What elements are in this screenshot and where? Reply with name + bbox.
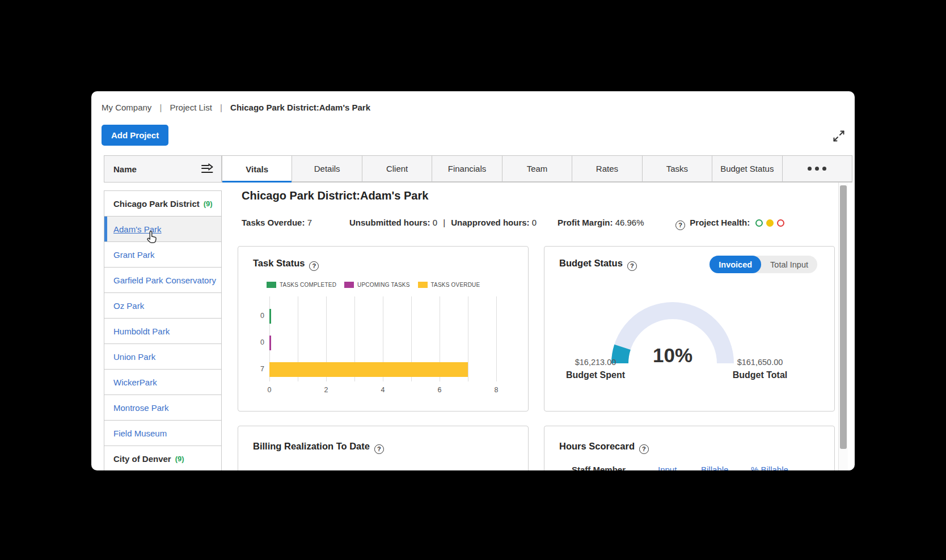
budget-spent-block: $16,213.00 Budget Spent — [553, 358, 638, 380]
health-red-dot[interactable] — [777, 219, 784, 227]
sidebar-item-grant-park[interactable]: Grant Park — [104, 242, 221, 268]
sidebar-item-label: Garfield Park Conservatory — [113, 275, 216, 285]
page-title: Chicago Park District:Adam's Park — [242, 189, 428, 202]
sidebar-item-garfield-park-conservatory[interactable]: Garfield Park Conservatory — [104, 268, 221, 293]
gridline — [468, 296, 468, 381]
stat-hours: Unsubmitted hours: 0 | Unapproved hours:… — [349, 218, 537, 227]
budget-spent-label: Budget Spent — [553, 370, 638, 380]
task-status-panel: Task Status? TASKS COMPLETEDUPCOMING TAS… — [238, 246, 529, 411]
bar-tasks-overdue — [269, 362, 468, 377]
breadcrumb-current-project: Chicago Park District:Adam's Park — [230, 103, 370, 112]
hours-column-input[interactable]: Input — [658, 465, 677, 470]
sidebar-item-label: City of Denver — [113, 454, 171, 464]
ellipsis-icon — [815, 167, 819, 171]
scrollbar-thumb[interactable] — [840, 185, 847, 449]
sidebar-item-chicago-park-district[interactable]: Chicago Park District(9) — [104, 191, 221, 217]
help-icon[interactable]: ? — [639, 444, 649, 454]
stat-value: 46.96% — [615, 218, 644, 227]
tab-client[interactable]: Client — [362, 155, 432, 182]
stat-value: 0 — [532, 218, 537, 227]
sidebar-item-label: Humboldt Park — [113, 326, 170, 336]
help-icon[interactable]: ? — [309, 261, 319, 271]
project-tabbar: VitalsDetailsClientFinancialsTeamRatesTa… — [222, 155, 852, 183]
stat-value: 0 — [433, 218, 437, 227]
tab-details[interactable]: Details — [292, 155, 362, 182]
health-yellow-dot[interactable] — [766, 219, 774, 227]
tab-financials[interactable]: Financials — [432, 155, 502, 182]
stat-label: Tasks Overdue: — [242, 218, 305, 227]
bar-tasks-completed — [269, 309, 271, 324]
project-list-sidebar: Name Chicago Park District(9)Adam's Park… — [104, 155, 222, 470]
x-axis-tick-label: 2 — [319, 386, 333, 394]
stat-label: Profit Margin: — [558, 218, 613, 227]
sidebar-item-label: Field Museum — [113, 429, 167, 438]
hours-column-billable[interactable]: Billable — [701, 465, 728, 470]
sidebar-item-humboldt-park[interactable]: Humboldt Park — [104, 319, 221, 344]
budget-total-block: $161,650.00 Budget Total — [717, 358, 803, 380]
tab-rates[interactable]: Rates — [572, 155, 642, 182]
y-axis-label: 0 — [250, 338, 264, 346]
sidebar-item-adam-s-park[interactable]: Adam's Park — [104, 217, 221, 242]
sidebar-item-label: Chicago Park District — [113, 199, 200, 209]
vitals-tab-content: Chicago Park District:Adam's Park Tasks … — [222, 183, 852, 470]
sidebar-item-oz-park[interactable]: Oz Park — [104, 293, 221, 319]
hours-scorecard-panel: Hours Scorecard? Staff MemberInputBillab… — [544, 426, 835, 470]
project-health-dots — [752, 219, 784, 228]
legend-label: TASKS COMPLETED — [280, 282, 336, 288]
vertical-scrollbar[interactable] — [838, 183, 848, 470]
help-icon[interactable]: ? — [374, 444, 384, 454]
stat-label: Unapproved hours: — [451, 218, 529, 227]
breadcrumb-separator: | — [160, 103, 162, 112]
tab-tasks[interactable]: Tasks — [643, 155, 712, 182]
toggle-invoiced[interactable]: Invoiced — [710, 256, 761, 273]
cursor-hand-icon — [145, 230, 159, 245]
x-axis-tick-label: 8 — [489, 386, 503, 394]
sidebar-header-label: Name — [113, 164, 137, 174]
sidebar-item-union-park[interactable]: Union Park — [104, 344, 221, 370]
budget-status-title: Budget Status? — [559, 258, 637, 271]
y-axis-label: 0 — [250, 312, 264, 320]
more-tabs-button[interactable] — [783, 155, 852, 182]
breadcrumb-separator: | — [220, 103, 222, 112]
project-list: Chicago Park District(9)Adam's ParkGrant… — [104, 190, 222, 470]
sidebar-item-label: WickerPark — [113, 377, 157, 387]
expand-icon[interactable] — [831, 129, 846, 143]
legend-swatch — [344, 282, 354, 288]
x-axis-tick-label: 4 — [376, 386, 390, 394]
panel-title-text: Hours Scorecard — [559, 441, 635, 451]
tab-vitals[interactable]: Vitals — [222, 155, 292, 182]
billing-realization-panel: Billing Realization To Date? — [238, 426, 529, 470]
ellipsis-icon — [808, 167, 812, 171]
help-icon[interactable]: ? — [627, 261, 637, 271]
x-axis-tick-label: 6 — [433, 386, 446, 394]
sidebar-item-field-museum[interactable]: Field Museum — [104, 421, 221, 446]
task-status-legend: TASKS COMPLETEDUPCOMING TASKSTASKS OVERD… — [267, 282, 488, 288]
tab-budget-status[interactable]: Budget Status — [712, 155, 782, 182]
stat-project-health: ? Project Health: — [675, 218, 784, 230]
budget-spent-value: $16,213.00 — [553, 358, 638, 367]
help-icon[interactable]: ? — [675, 220, 685, 230]
hours-column-billable[interactable]: % Billable — [751, 465, 788, 470]
bar-upcoming-tasks — [269, 336, 271, 350]
health-green-dot[interactable] — [755, 219, 763, 227]
collapse-sidebar-icon[interactable] — [201, 163, 214, 175]
sidebar-item-city-of-denver[interactable]: City of Denver(9) — [104, 446, 221, 470]
budget-total-label: Budget Total — [717, 370, 803, 380]
toggle-total-input[interactable]: Total Input — [761, 256, 817, 273]
breadcrumb-project-list[interactable]: Project List — [170, 103, 212, 112]
hours-column-staff-member: Staff Member — [572, 465, 626, 470]
add-project-button[interactable]: Add Project — [102, 125, 168, 146]
breadcrumb-my-company[interactable]: My Company — [102, 103, 151, 112]
sidebar-item-label: Montrose Park — [113, 403, 169, 413]
stat-label: Project Health: — [690, 218, 750, 227]
app-window: My Company | Project List | Chicago Park… — [91, 91, 855, 470]
legend-item-tasks-overdue: TASKS OVERDUE — [418, 282, 480, 288]
desktop-background: My Company | Project List | Chicago Park… — [0, 0, 946, 560]
sidebar-item-label: Oz Park — [113, 301, 144, 311]
stat-tasks-overdue: Tasks Overdue: 7 — [242, 218, 312, 227]
sidebar-item-wickerpark[interactable]: WickerPark — [104, 370, 221, 395]
breadcrumb: My Company | Project List | Chicago Park… — [102, 103, 370, 112]
sidebar-item-montrose-park[interactable]: Montrose Park — [104, 395, 221, 421]
tab-team[interactable]: Team — [502, 155, 572, 182]
stat-divider: | — [443, 218, 445, 227]
